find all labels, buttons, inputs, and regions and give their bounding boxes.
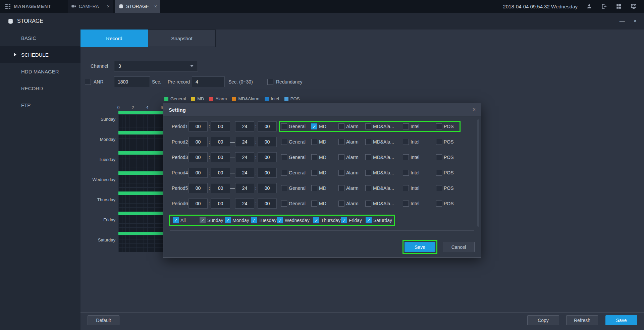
anr-checkbox[interactable] — [85, 79, 91, 85]
checkbox-md[interactable] — [311, 170, 317, 176]
checkbox-wednesday[interactable]: ✓ — [277, 217, 283, 223]
checkbox-intel[interactable] — [403, 185, 409, 191]
checkbox-md-ala[interactable] — [365, 201, 371, 207]
checkbox-pos[interactable] — [436, 139, 442, 145]
checkbox-intel[interactable] — [403, 201, 409, 207]
close-camera-tab-icon[interactable]: × — [107, 4, 110, 9]
checkbox-pos[interactable] — [436, 123, 442, 129]
default-button[interactable]: Default — [88, 315, 119, 325]
save-button[interactable]: Save — [605, 315, 637, 325]
time-input[interactable] — [235, 121, 254, 131]
time-input[interactable] — [189, 137, 208, 147]
redundancy-checkbox[interactable] — [267, 79, 273, 85]
checkbox-intel[interactable] — [403, 123, 409, 129]
checkbox-md[interactable] — [311, 139, 317, 145]
sidebar-item-schedule[interactable]: SCHEDULE — [0, 46, 80, 63]
checkbox-alarm[interactable] — [338, 185, 344, 191]
tab-storage[interactable]: STORAGE × — [115, 0, 160, 13]
checkbox-md[interactable] — [311, 185, 317, 191]
tab-snapshot[interactable]: Snapshot — [148, 30, 216, 47]
checkbox-alarm[interactable] — [338, 201, 344, 207]
close-storage-tab-icon[interactable]: × — [154, 4, 157, 9]
checkbox-md[interactable]: ✓ — [311, 123, 317, 129]
checkbox-all[interactable]: ✓ — [173, 217, 179, 223]
tab-camera[interactable]: CAMERA × — [68, 0, 113, 13]
checkbox-saturday[interactable]: ✓ — [366, 217, 372, 223]
checkbox-pos[interactable] — [436, 154, 442, 160]
sidebar-item-basic[interactable]: BASIC — [0, 30, 80, 46]
checkbox-md-ala[interactable] — [365, 185, 371, 191]
checkbox-md[interactable] — [311, 201, 317, 207]
time-input[interactable] — [211, 121, 230, 131]
checkbox-pos[interactable] — [436, 185, 442, 191]
checkbox-alarm[interactable] — [338, 139, 344, 145]
checkbox-thursday[interactable]: ✓ — [313, 217, 319, 223]
management-menu[interactable]: MANAGEMENT — [0, 0, 68, 13]
checkbox-general[interactable] — [281, 170, 287, 176]
time-input[interactable] — [235, 137, 254, 147]
time-input[interactable] — [258, 168, 277, 178]
channel-select[interactable]: 3 — [114, 61, 198, 71]
minimize-icon[interactable]: — — [620, 18, 625, 24]
checkbox-alarm[interactable] — [338, 123, 344, 129]
checkbox-pos[interactable] — [436, 201, 442, 207]
checkbox-intel[interactable] — [403, 154, 409, 160]
time-input[interactable] — [211, 183, 230, 193]
time-input[interactable] — [258, 183, 277, 193]
tab-record[interactable]: Record — [80, 30, 148, 47]
time-input[interactable] — [211, 152, 230, 162]
checkbox-md-ala[interactable] — [365, 170, 371, 176]
prerecord-input[interactable] — [192, 76, 225, 87]
checkbox-intel[interactable] — [403, 139, 409, 145]
user-icon[interactable] — [586, 3, 592, 9]
checkbox-general[interactable] — [281, 123, 287, 129]
time-input[interactable] — [258, 137, 277, 147]
legend-label: General — [170, 96, 186, 101]
checkbox-sunday[interactable]: ✓ — [200, 217, 206, 223]
logout-icon[interactable] — [601, 3, 607, 9]
time-input[interactable] — [189, 152, 208, 162]
close-dialog-icon[interactable]: × — [473, 107, 476, 113]
sidebar-item-ftp[interactable]: FTP — [0, 97, 80, 113]
time-input[interactable] — [258, 152, 277, 162]
copy-button[interactable]: Copy — [527, 315, 559, 325]
checkbox-general[interactable] — [281, 139, 287, 145]
time-input[interactable] — [189, 168, 208, 178]
dialog-cancel-button[interactable]: Cancel — [443, 242, 475, 252]
checkbox-monday[interactable]: ✓ — [225, 217, 231, 223]
close-window-icon[interactable]: × — [634, 18, 637, 24]
checkbox-general[interactable] — [281, 185, 287, 191]
checkbox-md-ala[interactable] — [365, 154, 371, 160]
sidebar-item-record[interactable]: RECORD — [0, 80, 80, 97]
time-input[interactable] — [258, 121, 277, 131]
checkbox-pos[interactable] — [436, 170, 442, 176]
time-input[interactable] — [235, 199, 254, 209]
checkbox-md[interactable] — [311, 154, 317, 160]
checkbox-friday[interactable]: ✓ — [341, 217, 347, 223]
time-input[interactable] — [235, 168, 254, 178]
checkbox-tuesday[interactable]: ✓ — [251, 217, 257, 223]
time-input[interactable] — [189, 121, 208, 131]
time-input[interactable] — [189, 183, 208, 193]
time-input[interactable] — [189, 199, 208, 209]
time-input[interactable] — [235, 183, 254, 193]
sidebar-item-hdd-manager[interactable]: HDD MANAGER — [0, 63, 80, 80]
time-input[interactable] — [211, 199, 230, 209]
checkbox-general[interactable] — [281, 201, 287, 207]
time-input[interactable] — [258, 199, 277, 209]
checkbox-md-ala[interactable] — [365, 139, 371, 145]
time-input[interactable] — [211, 168, 230, 178]
checkbox-alarm[interactable] — [338, 154, 344, 160]
time-input[interactable] — [235, 152, 254, 162]
time-input[interactable] — [211, 137, 230, 147]
anr-input[interactable] — [114, 76, 150, 87]
dialog-scrollbar[interactable] — [477, 119, 479, 227]
checkbox-general[interactable] — [281, 154, 287, 160]
dialog-save-button[interactable]: Save — [405, 242, 435, 252]
apps-icon[interactable] — [616, 3, 622, 9]
checkbox-md-ala[interactable] — [365, 123, 371, 129]
display-icon[interactable] — [631, 3, 637, 9]
checkbox-alarm[interactable] — [338, 170, 344, 176]
checkbox-intel[interactable] — [403, 170, 409, 176]
refresh-button[interactable]: Refresh — [566, 315, 598, 325]
